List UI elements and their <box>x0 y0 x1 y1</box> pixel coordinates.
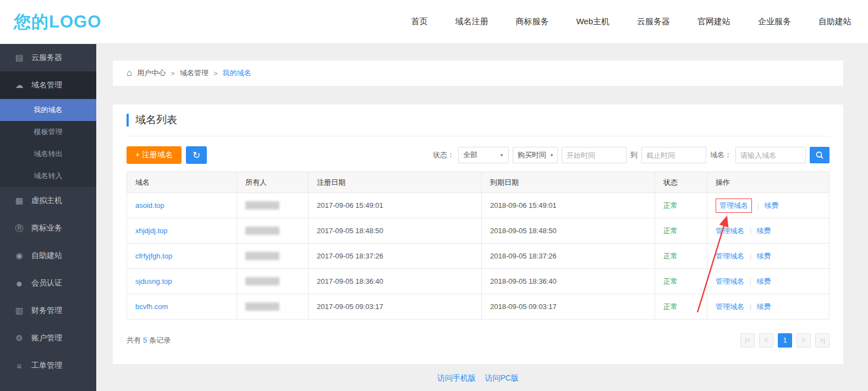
expire-date: 2018-09-05 18:48:50 <box>482 218 655 244</box>
breadcrumb-my-domains[interactable]: 我的域名 <box>222 68 251 78</box>
page-footer: 访问手机版 访问PC版 <box>113 373 843 383</box>
nav-cloud-server[interactable]: 云服务器 <box>637 16 670 27</box>
submenu-domain-transfer-in[interactable]: 域名转入 <box>0 165 96 187</box>
pagination-page-1[interactable]: 1 <box>778 333 792 348</box>
wallet-icon: ▥ <box>14 306 24 316</box>
domain-link[interactable]: bcvfh.com <box>135 302 168 311</box>
search-button[interactable] <box>810 147 829 163</box>
domain-link[interactable]: xhjdjdj.top <box>135 227 168 235</box>
submenu-domain-transfer-out[interactable]: 域名转出 <box>0 143 96 165</box>
card-title-row: 域名列表 <box>127 104 829 136</box>
sidebar-item-work-orders[interactable]: ≡ 工单管理 <box>0 352 96 379</box>
nav-enterprise-service[interactable]: 企业服务 <box>758 16 791 27</box>
manage-domain-link[interactable]: 管理域名 <box>716 277 744 285</box>
time-type-select[interactable]: 购买时间 ▼ <box>513 147 558 163</box>
start-date-input[interactable] <box>562 147 627 163</box>
col-domain: 域名 <box>127 172 237 193</box>
submenu-template-management[interactable]: 模板管理 <box>0 121 96 143</box>
domain-link[interactable]: asoid.top <box>135 201 164 210</box>
pc-version-link[interactable]: 访问PC版 <box>485 373 519 382</box>
domain-table: 域名 所有人 注册日期 到期日期 状态 操作 asoid.top 2017-09… <box>127 172 829 320</box>
domain-filter-label: 域名： <box>710 150 732 160</box>
annotation-highlight-box: 管理域名 <box>716 199 752 213</box>
domain-link[interactable]: sjdusng.top <box>135 277 172 285</box>
status-badge: 正常 <box>663 252 678 260</box>
time-type-select-value: 购买时间 <box>518 150 546 160</box>
owner-redacted <box>245 252 279 260</box>
register-date: 2017-09-06 15:49:01 <box>309 193 482 218</box>
record-count: 5 <box>143 336 147 344</box>
pagination-first[interactable]: |< <box>740 333 755 348</box>
manage-domain-link[interactable]: 管理域名 <box>716 302 744 311</box>
manage-domain-link[interactable]: 管理域名 <box>716 227 744 235</box>
sidebar-item-label: 自助建站 <box>31 251 62 261</box>
nav-web-hosting[interactable]: Web主机 <box>576 16 609 27</box>
pagination-prev[interactable]: < <box>759 333 773 348</box>
breadcrumb-user-center[interactable]: 用户中心 <box>137 68 166 78</box>
refresh-icon: ↻ <box>193 150 200 161</box>
renew-link[interactable]: 续费 <box>757 302 771 311</box>
sidebar-item-label: 虚拟主机 <box>31 196 62 206</box>
table-footer: 共有5条记录 |< < 1 > >| <box>127 333 829 348</box>
globe-icon: ◉ <box>14 251 24 261</box>
register-domain-button[interactable]: + 注册域名 <box>127 146 182 164</box>
pagination-last[interactable]: >| <box>815 333 829 348</box>
table-header-row: 域名 所有人 注册日期 到期日期 状态 操作 <box>127 172 829 193</box>
col-expire-date: 到期日期 <box>482 172 655 193</box>
sidebar-item-virtual-host[interactable]: ▦ 虚拟主机 <box>0 187 96 214</box>
user-icon: ☻ <box>14 279 24 288</box>
pagination: |< < 1 > >| <box>740 333 829 348</box>
sidebar-item-domain-management[interactable]: ☁ 域名管理 <box>0 71 96 99</box>
status-select-value: 全部 <box>463 150 477 160</box>
sidebar: ▤ 云服务器 ☁ 域名管理 我的域名 模板管理 域名转出 域名转入 ▦ 虚拟主机… <box>0 44 96 391</box>
status-select[interactable]: 全部 ▼ <box>458 147 509 163</box>
sidebar-item-trademark[interactable]: Ⓡ 商标业务 <box>0 214 96 242</box>
col-status: 状态 <box>655 172 707 193</box>
action-separator: | <box>750 252 751 260</box>
status-filter-label: 状态： <box>433 150 454 160</box>
pagination-next[interactable]: > <box>796 333 811 348</box>
sidebar-item-finance[interactable]: ▥ 财务管理 <box>0 297 96 324</box>
register-date: 2017-09-05 18:48:50 <box>309 218 482 244</box>
toolbar: + 注册域名 ↻ 状态： 全部 ▼ 购买时间 ▼ 到 域名： <box>127 146 829 164</box>
sidebar-item-cloud-server[interactable]: ▤ 云服务器 <box>0 44 96 71</box>
sidebar-item-self-service-site[interactable]: ◉ 自助建站 <box>0 242 96 269</box>
registered-trademark-icon: Ⓡ <box>14 223 24 234</box>
expire-date: 2018-09-05 18:37:26 <box>482 244 655 269</box>
nav-trademark-service[interactable]: 商标服务 <box>515 16 548 27</box>
domain-submenu: 我的域名 模板管理 域名转出 域名转入 <box>0 99 96 187</box>
renew-link[interactable]: 续费 <box>757 252 771 260</box>
end-date-input[interactable] <box>641 147 706 163</box>
logo: 您的LOGO <box>14 10 101 34</box>
status-badge: 正常 <box>663 227 678 235</box>
nav-self-service-site[interactable]: 自助建站 <box>818 16 851 27</box>
refresh-button[interactable]: ↻ <box>186 146 207 164</box>
manage-domain-link[interactable]: 管理域名 <box>716 252 744 260</box>
action-separator: | <box>750 302 751 311</box>
main-content: ⌂ 用户中心 > 域名管理 > 我的域名 域名列表 + 注册域名 ↻ 状态： 全… <box>96 44 868 383</box>
status-badge: 正常 <box>663 302 678 311</box>
submenu-my-domains[interactable]: 我的域名 <box>0 99 96 121</box>
sidebar-item-member-verification[interactable]: ☻ 会员认证 <box>0 269 96 297</box>
register-date: 2017-09-05 18:36:40 <box>309 269 482 294</box>
renew-link[interactable]: 续费 <box>757 227 771 235</box>
nav-website-building[interactable]: 官网建站 <box>697 16 730 27</box>
nav-home[interactable]: 首页 <box>411 16 427 27</box>
host-icon: ▦ <box>14 196 24 206</box>
breadcrumb-domain-management[interactable]: 域名管理 <box>180 68 208 78</box>
home-icon: ⌂ <box>127 68 132 79</box>
manage-domain-link[interactable]: 管理域名 <box>719 201 748 210</box>
owner-redacted <box>245 277 279 285</box>
sidebar-item-account[interactable]: ⚙ 账户管理 <box>0 324 96 352</box>
domain-link[interactable]: cfrfyjfgh.top <box>135 252 172 260</box>
expire-date: 2018-09-05 09:03:17 <box>482 294 655 320</box>
owner-redacted <box>245 201 279 210</box>
action-separator: | <box>757 201 759 210</box>
register-date: 2017-09-05 18:37:26 <box>309 244 482 269</box>
renew-link[interactable]: 续费 <box>757 277 771 285</box>
renew-link[interactable]: 续费 <box>765 201 779 210</box>
domain-search-input[interactable] <box>735 147 806 163</box>
mobile-version-link[interactable]: 访问手机版 <box>437 373 476 382</box>
nav-domain-register[interactable]: 域名注册 <box>455 16 488 27</box>
sidebar-item-label: 云服务器 <box>31 53 62 63</box>
